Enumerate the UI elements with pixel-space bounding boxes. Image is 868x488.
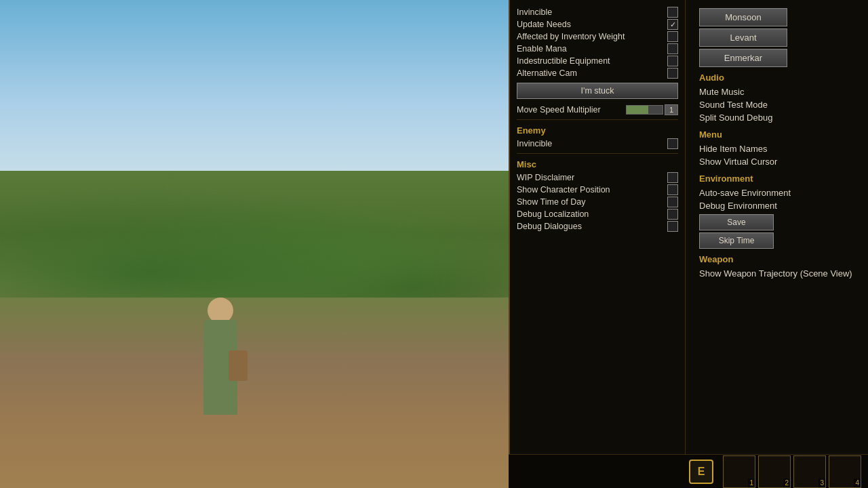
panel-right-column: Monsoon Levant Enmerkar Audio Mute Music… (686, 0, 868, 488)
hud-bottom-bar: E 1 2 3 4 (509, 454, 868, 488)
misc-section-label: Misc (517, 159, 678, 169)
slot-number-3: 3 (818, 479, 825, 487)
checkbox-inventory-weight[interactable] (667, 31, 678, 42)
link-auto-save-env[interactable]: Auto-save Environment (692, 186, 861, 199)
setting-row-debug-loc: Debug Localization (517, 209, 678, 220)
setting-row-wip: WIP Disclaimer (517, 172, 678, 183)
inventory-slot-1[interactable]: 1 (723, 455, 755, 488)
link-sound-test[interactable]: Sound Test Mode (692, 98, 861, 111)
divider-enemy (517, 119, 678, 120)
grass (0, 171, 509, 298)
setting-row-update-needs: Update Needs (517, 19, 678, 30)
enemy-section-label: Enemy (517, 125, 678, 136)
setting-row-inventory-weight: Affected by Inventory Weight (517, 31, 678, 42)
debug-panel: Invincible Update Needs Affected by Inve… (509, 0, 868, 488)
setting-label-debug-dial: Debug Dialogues (517, 222, 667, 231)
checkbox-update-needs[interactable] (667, 19, 678, 30)
panel-left-column: Invincible Update Needs Affected by Inve… (510, 0, 686, 488)
speed-value[interactable]: 1 (665, 104, 678, 115)
setting-row-move-speed: Move Speed Multiplier 1 (517, 104, 678, 115)
stuck-button[interactable]: I'm stuck (517, 83, 678, 99)
audio-section-label: Audio (692, 73, 861, 83)
player-character (193, 279, 248, 415)
checkbox-char-pos[interactable] (667, 184, 678, 195)
game-background (0, 0, 509, 488)
checkbox-enable-mana[interactable] (667, 43, 678, 54)
setting-label-inventory-weight: Affected by Inventory Weight (517, 32, 667, 41)
slot-number-4: 4 (854, 479, 861, 487)
slot-number-2: 2 (783, 479, 790, 487)
setting-row-enemy-invincible: Invincible (517, 138, 678, 149)
checkbox-time-of-day[interactable] (667, 197, 678, 207)
link-mute-music[interactable]: Mute Music (692, 85, 861, 98)
terrain (0, 171, 509, 488)
menu-section-label: Menu (692, 129, 861, 140)
setting-label-time-of-day: Show Time of Day (517, 197, 667, 207)
world-button-monsoon[interactable]: Monsoon (699, 8, 787, 26)
setting-row-char-pos: Show Character Position (517, 184, 678, 195)
checkbox-wip[interactable] (667, 172, 678, 183)
inventory-slot-3[interactable]: 3 (793, 455, 826, 488)
checkbox-alt-cam[interactable] (667, 68, 678, 79)
slot-number-1: 1 (748, 479, 755, 487)
link-weapon-trajectory[interactable]: Show Weapon Trajectory (Scene View) (692, 267, 861, 280)
link-debug-env[interactable]: Debug Environment (692, 199, 861, 212)
world-button-enmerkar[interactable]: Enmerkar (699, 49, 787, 67)
speed-slider-fill (627, 106, 648, 114)
setting-label-enemy-invincible: Invincible (517, 139, 667, 148)
button-skip-time[interactable]: Skip Time (699, 232, 774, 249)
checkbox-debug-dial[interactable] (667, 221, 678, 232)
inventory-slot-4[interactable]: 4 (829, 455, 861, 488)
checkbox-debug-loc[interactable] (667, 209, 678, 220)
inventory-slot-2[interactable]: 2 (758, 455, 791, 488)
player-settings-section: Invincible Update Needs Affected by Inve… (517, 7, 678, 115)
setting-row-time-of-day: Show Time of Day (517, 197, 678, 207)
checkbox-indestructible[interactable] (667, 56, 678, 66)
setting-row-enable-mana: Enable Mana (517, 43, 678, 54)
sky (0, 0, 509, 171)
world-button-levant[interactable]: Levant (699, 28, 787, 47)
weapon-section-label: Weapon (692, 254, 861, 264)
speed-slider[interactable] (626, 105, 663, 115)
setting-row-indestructible: Indestructible Equipment (517, 56, 678, 66)
link-split-sound[interactable]: Split Sound Debug (692, 111, 861, 124)
divider-misc (517, 153, 678, 154)
misc-section: Misc WIP Disclaimer Show Character Posit… (517, 159, 678, 232)
setting-label-enable-mana: Enable Mana (517, 44, 667, 54)
enemy-section: Enemy Invincible (517, 125, 678, 149)
checkbox-enemy-invincible[interactable] (667, 138, 678, 149)
character-backpack (229, 350, 248, 381)
setting-label-update-needs: Update Needs (517, 20, 667, 29)
setting-label-char-pos: Show Character Position (517, 185, 667, 195)
setting-label-alt-cam: Alternative Cam (517, 68, 667, 78)
setting-label-wip: WIP Disclaimer (517, 173, 667, 182)
setting-row-invincible: Invincible (517, 7, 678, 18)
checkbox-invincible[interactable] (667, 7, 678, 18)
setting-row-debug-dial: Debug Dialogues (517, 221, 678, 232)
link-hide-item-names[interactable]: Hide Item Names (692, 142, 861, 155)
speed-slider-container: 1 (626, 104, 678, 115)
environment-section-label: Environment (692, 174, 861, 184)
setting-label-indestructible: Indestructible Equipment (517, 56, 667, 66)
setting-label-debug-loc: Debug Localization (517, 209, 667, 219)
setting-label-invincible: Invincible (517, 7, 667, 17)
button-save[interactable]: Save (699, 214, 774, 230)
setting-row-alt-cam: Alternative Cam (517, 68, 678, 79)
link-show-virtual-cursor[interactable]: Show Virtual Cursor (692, 155, 861, 168)
key-e-indicator: E (689, 460, 713, 484)
setting-label-move-speed: Move Speed Multiplier (517, 105, 626, 115)
